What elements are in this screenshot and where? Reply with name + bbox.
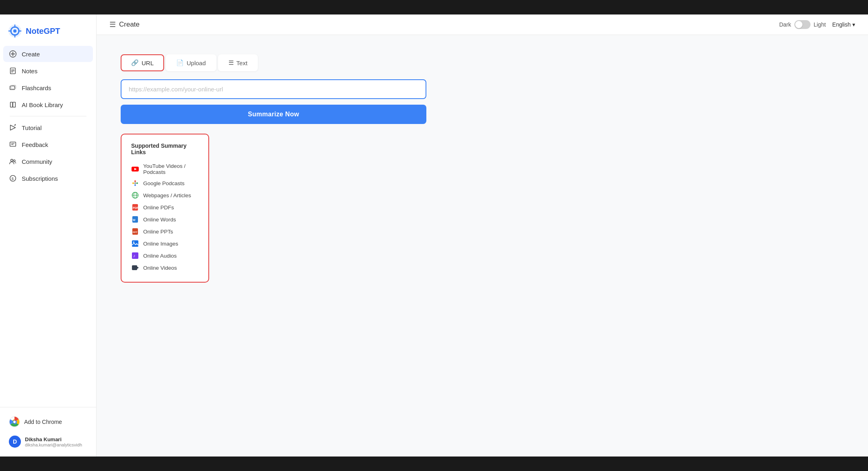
- image-icon: [131, 240, 139, 248]
- url-tab-label: URL: [142, 60, 154, 66]
- sidebar-item-community-label: Community: [22, 158, 52, 165]
- svg-rect-20: [10, 142, 16, 147]
- user-name: Diksha Kumari: [25, 436, 82, 442]
- link-item-online-pdfs: PDF Online PDFs: [131, 201, 199, 213]
- link-google-podcasts-label: Google Podcasts: [143, 180, 185, 186]
- svg-point-24: [13, 160, 15, 162]
- toggle-thumb: [795, 21, 802, 28]
- supported-links-box: Supported Summary Links YouTube Videos /…: [121, 134, 209, 283]
- subscriptions-icon: $: [9, 174, 17, 182]
- link-item-google-podcasts: Google Podcasts: [131, 177, 199, 189]
- link-item-webpages: Webpages / Articles: [131, 189, 199, 201]
- svg-text:PPT: PPT: [133, 231, 138, 233]
- flashcards-icon: [9, 84, 17, 92]
- svg-point-49: [133, 242, 134, 243]
- notegpt-logo-icon: [8, 24, 22, 38]
- url-tab-icon: 🔗: [131, 59, 139, 66]
- link-item-youtube: YouTube Videos / Podcasts: [131, 161, 199, 177]
- light-label: Light: [814, 21, 826, 28]
- url-input[interactable]: [121, 79, 426, 99]
- sidebar-item-community[interactable]: Community: [3, 153, 93, 169]
- sidebar-item-subscriptions-label: Subscriptions: [22, 175, 58, 182]
- svg-point-2: [13, 29, 16, 33]
- link-images-label: Online Images: [143, 241, 178, 247]
- supported-links-title: Supported Summary Links: [131, 143, 199, 155]
- logo-text: NoteGPT: [26, 27, 60, 36]
- user-profile[interactable]: D Diksha Kumari diksha.kumari@analyticsv…: [3, 432, 93, 452]
- sidebar-item-flashcards[interactable]: Flashcards: [3, 80, 93, 96]
- svg-point-36: [136, 182, 138, 184]
- header-title: Create: [119, 21, 140, 29]
- svg-point-23: [11, 159, 13, 161]
- tab-upload[interactable]: 📄 Upload: [166, 54, 216, 71]
- dark-label: Dark: [779, 21, 791, 28]
- link-item-online-words: W Online Words: [131, 213, 199, 225]
- sidebar-item-notes[interactable]: Notes: [3, 63, 93, 79]
- link-videos-label: Online Videos: [143, 265, 177, 271]
- sidebar: NoteGPT Create Notes Flashcards: [0, 14, 97, 457]
- main-layout: NoteGPT Create Notes Flashcards: [0, 14, 868, 457]
- sidebar-item-tutorial[interactable]: Tutorial: [3, 120, 93, 136]
- link-item-online-audios: ♪ Online Audios: [131, 250, 199, 262]
- logo-area: NoteGPT: [0, 18, 96, 46]
- sidebar-item-ai-book-library[interactable]: AI Book Library: [3, 97, 93, 113]
- svg-point-35: [132, 182, 134, 184]
- upload-tab-label: Upload: [187, 60, 206, 66]
- sidebar-item-feedback[interactable]: Feedback: [3, 136, 93, 153]
- sidebar-item-create[interactable]: Create: [3, 46, 93, 62]
- user-email: diksha.kumari@analyticsvidh: [25, 442, 82, 447]
- svg-rect-17: [13, 102, 15, 107]
- primary-nav: Create Notes Flashcards AI Book Library: [0, 46, 96, 407]
- sidebar-bottom: Add to Chrome D Diksha Kumari diksha.kum…: [0, 407, 96, 457]
- community-icon: [9, 157, 17, 165]
- user-avatar: D: [9, 436, 21, 448]
- svg-text:$: $: [11, 176, 14, 181]
- tab-url[interactable]: 🔗 URL: [121, 54, 164, 71]
- ai-book-library-icon: [9, 101, 17, 109]
- menu-icon[interactable]: ☰: [109, 20, 116, 29]
- word-icon: W: [131, 215, 139, 223]
- header-left: ☰ Create: [109, 20, 140, 29]
- theme-toggle[interactable]: [794, 20, 810, 29]
- link-youtube-label: YouTube Videos / Podcasts: [143, 163, 199, 175]
- sidebar-item-create-label: Create: [22, 51, 40, 58]
- language-selector[interactable]: English ▾: [832, 21, 855, 28]
- main-content: 🔗 URL 📄 Upload ☰ Text Summarize Now: [97, 35, 868, 457]
- url-input-wrapper: [121, 79, 426, 99]
- svg-text:PDF: PDF: [133, 207, 139, 209]
- user-info: Diksha Kumari diksha.kumari@analyticsvid…: [25, 436, 82, 447]
- text-tab-icon: ☰: [228, 59, 234, 66]
- tutorial-icon: [9, 124, 17, 132]
- tab-text[interactable]: ☰ Text: [218, 54, 258, 71]
- theme-toggle-area: Dark Light: [779, 20, 826, 29]
- link-words-label: Online Words: [143, 217, 176, 223]
- sidebar-item-notes-label: Notes: [22, 68, 37, 74]
- add-to-chrome-label: Add to Chrome: [24, 419, 62, 425]
- summarize-button[interactable]: Summarize Now: [121, 105, 426, 124]
- svg-text:W: W: [133, 219, 136, 221]
- pdf-icon: PDF: [131, 203, 139, 211]
- video-icon: [131, 264, 139, 272]
- header-right: Dark Light English ▾: [779, 20, 855, 29]
- link-ppts-label: Online PPTs: [143, 229, 173, 235]
- link-audios-label: Online Audios: [143, 253, 177, 259]
- page-header: ☰ Create Dark Light English ▾: [97, 14, 868, 35]
- sidebar-item-subscriptions[interactable]: $ Subscriptions: [3, 170, 93, 186]
- bottom-bar: [0, 457, 868, 471]
- create-icon: [9, 50, 17, 58]
- link-item-online-images: Online Images: [131, 238, 199, 250]
- chrome-icon: [9, 416, 20, 428]
- ppt-icon: PPT: [131, 227, 139, 236]
- google-podcast-icon: [131, 179, 139, 187]
- svg-rect-16: [10, 102, 12, 107]
- text-tab-label: Text: [237, 60, 248, 66]
- language-arrow: ▾: [852, 21, 855, 28]
- sidebar-item-ai-book-library-label: AI Book Library: [22, 101, 63, 108]
- nav-divider: [10, 116, 86, 116]
- top-bar: [0, 0, 868, 14]
- link-item-online-ppts: PPT Online PPTs: [131, 225, 199, 238]
- link-pdfs-label: Online PDFs: [143, 205, 174, 211]
- link-webpages-label: Webpages / Articles: [143, 192, 191, 198]
- sidebar-item-tutorial-label: Tutorial: [22, 124, 41, 131]
- add-to-chrome-button[interactable]: Add to Chrome: [3, 412, 93, 432]
